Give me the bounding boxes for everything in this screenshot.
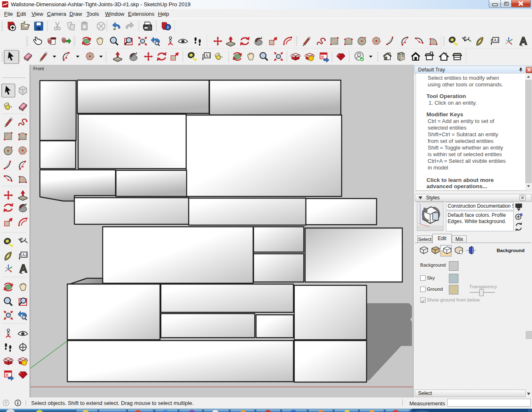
svg-text:Front: Front	[33, 66, 44, 71]
